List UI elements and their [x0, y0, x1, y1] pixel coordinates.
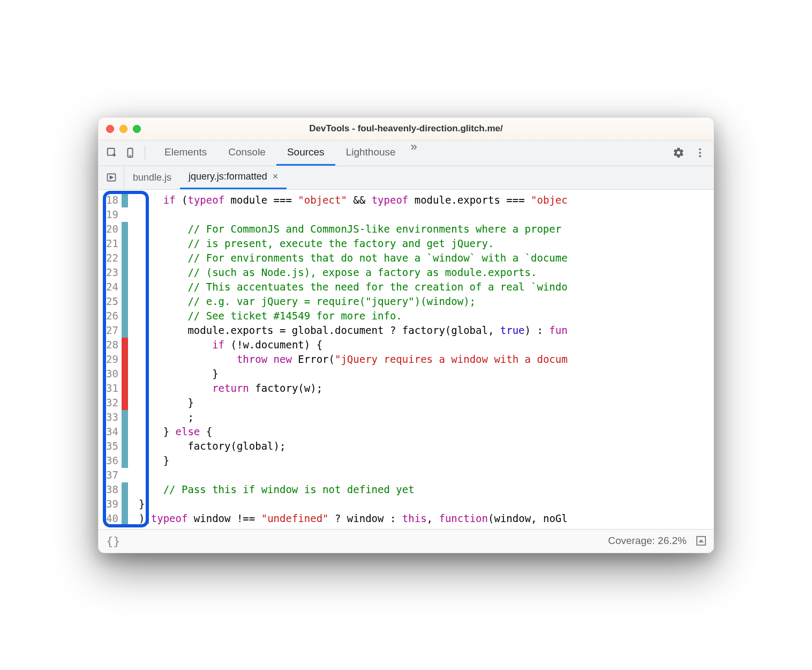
coverage-marker: [122, 236, 128, 251]
svg-point-3: [699, 148, 701, 151]
titlebar: DevTools - foul-heavenly-direction.glitc…: [99, 118, 713, 140]
coverage-marker: [122, 425, 128, 439]
code-line[interactable]: }: [139, 396, 713, 410]
code-line[interactable]: // See ticket #14549 for more info.: [139, 309, 713, 323]
coverage-marker: [122, 309, 128, 323]
code-line[interactable]: if (typeof module === "object" && typeof…: [139, 193, 713, 207]
code-line[interactable]: }: [139, 497, 713, 511]
navigator-toggle-icon[interactable]: [99, 166, 124, 189]
line-numbers: 1819202122232425262728293031323334353637…: [99, 193, 122, 526]
tab-elements[interactable]: Elements: [154, 140, 217, 166]
file-tab-bundle[interactable]: bundle.js: [124, 166, 180, 189]
line-number[interactable]: 21: [106, 236, 118, 251]
coverage-marker: [122, 251, 128, 265]
pretty-print-icon[interactable]: {}: [106, 534, 121, 548]
collapse-icon[interactable]: [696, 536, 706, 546]
code-line[interactable]: }: [139, 367, 713, 381]
code-line[interactable]: // e.g. var jQuery = require("jquery")(w…: [139, 294, 713, 309]
device-toolbar-icon[interactable]: [122, 145, 138, 161]
code-line[interactable]: factory(global);: [139, 439, 713, 453]
close-window-button[interactable]: [106, 125, 114, 133]
coverage-marker: [122, 367, 128, 381]
line-number[interactable]: 29: [106, 352, 118, 367]
tab-sources[interactable]: Sources: [276, 140, 335, 166]
devtools-window: DevTools - foul-heavenly-direction.glitc…: [98, 117, 714, 553]
line-number[interactable]: 24: [106, 280, 118, 294]
line-number[interactable]: 40: [106, 511, 118, 526]
code-line[interactable]: } else {: [139, 425, 713, 439]
kebab-menu-icon[interactable]: [692, 145, 708, 161]
coverage-marker: [122, 468, 128, 482]
window-title: DevTools - foul-heavenly-direction.glitc…: [309, 123, 502, 134]
tabs-overflow-button[interactable]: »: [407, 140, 422, 166]
coverage-column: [122, 193, 128, 526]
code-line[interactable]: }: [139, 453, 713, 468]
gear-icon[interactable]: [671, 145, 687, 161]
line-number[interactable]: 23: [106, 265, 118, 280]
coverage-marker: [122, 338, 128, 352]
coverage-marker: [122, 222, 128, 236]
line-number[interactable]: 18: [106, 193, 118, 207]
line-number[interactable]: 28: [106, 338, 118, 352]
code-line[interactable]: throw new Error("jQuery requires a windo…: [139, 352, 713, 367]
code-line[interactable]: // Pass this if window is not defined ye…: [139, 482, 713, 497]
code-editor[interactable]: 1819202122232425262728293031323334353637…: [99, 190, 713, 529]
line-number[interactable]: 35: [106, 439, 118, 453]
code-line[interactable]: ;: [139, 410, 713, 425]
line-number[interactable]: 34: [106, 425, 118, 439]
svg-point-4: [699, 152, 701, 154]
coverage-marker: [122, 396, 128, 410]
coverage-marker: [122, 381, 128, 396]
code-line[interactable]: return factory(w);: [139, 381, 713, 396]
coverage-marker: [122, 265, 128, 280]
code-line[interactable]: if (!w.document) {: [139, 338, 713, 352]
code-line[interactable]: [139, 207, 713, 222]
coverage-marker: [122, 497, 128, 511]
line-number[interactable]: 19: [106, 207, 118, 222]
coverage-marker: [122, 453, 128, 468]
line-number[interactable]: 26: [106, 309, 118, 323]
minimize-window-button[interactable]: [119, 125, 127, 133]
svg-point-5: [699, 155, 701, 158]
code-line[interactable]: // (such as Node.js), expose a factory a…: [139, 265, 713, 280]
line-number[interactable]: 25: [106, 294, 118, 309]
coverage-marker: [122, 511, 128, 526]
coverage-marker: [122, 482, 128, 497]
zoom-window-button[interactable]: [133, 125, 141, 133]
line-number[interactable]: 38: [106, 482, 118, 497]
coverage-status: Coverage: 26.2%: [608, 535, 687, 547]
line-number[interactable]: 37: [106, 468, 118, 482]
coverage-marker: [122, 193, 128, 207]
code-line[interactable]: // For CommonJS and CommonJS-like enviro…: [139, 222, 713, 236]
code-line[interactable]: module.exports = global.document ? facto…: [139, 323, 713, 338]
coverage-marker: [122, 207, 128, 222]
main-toolbar: Elements Console Sources Lighthouse »: [99, 140, 713, 166]
line-number[interactable]: 30: [106, 367, 118, 381]
code-line[interactable]: [139, 468, 713, 482]
svg-marker-7: [110, 176, 112, 179]
line-number[interactable]: 39: [106, 497, 118, 511]
code-line[interactable]: // This accentuates the need for the cre…: [139, 280, 713, 294]
traffic-lights: [106, 125, 141, 133]
tab-lighthouse[interactable]: Lighthouse: [335, 140, 407, 166]
line-number[interactable]: 31: [106, 381, 118, 396]
line-number[interactable]: 20: [106, 222, 118, 236]
code-line[interactable]: // For environments that do not have a `…: [139, 251, 713, 265]
line-number[interactable]: 27: [106, 323, 118, 338]
coverage-marker: [122, 439, 128, 453]
code-content[interactable]: if (typeof module === "object" && typeof…: [128, 190, 713, 529]
gutter: 1819202122232425262728293031323334353637…: [99, 190, 128, 529]
line-number[interactable]: 22: [106, 251, 118, 265]
tab-console[interactable]: Console: [217, 140, 276, 166]
line-number[interactable]: 33: [106, 410, 118, 425]
file-tab-jquery[interactable]: jquery.js:formatted ×: [180, 166, 287, 189]
main-tabs: Elements Console Sources Lighthouse »: [154, 140, 664, 166]
line-number[interactable]: 36: [106, 453, 118, 468]
divider: [145, 146, 145, 160]
code-line[interactable]: )(typeof window !== "undefined" ? window…: [139, 511, 713, 526]
code-line[interactable]: // is present, execute the factory and g…: [139, 236, 713, 251]
inspect-element-icon[interactable]: [104, 145, 120, 161]
line-number[interactable]: 32: [106, 396, 118, 410]
close-icon[interactable]: ×: [273, 171, 279, 182]
status-bar: {} Coverage: 26.2%: [99, 529, 713, 553]
